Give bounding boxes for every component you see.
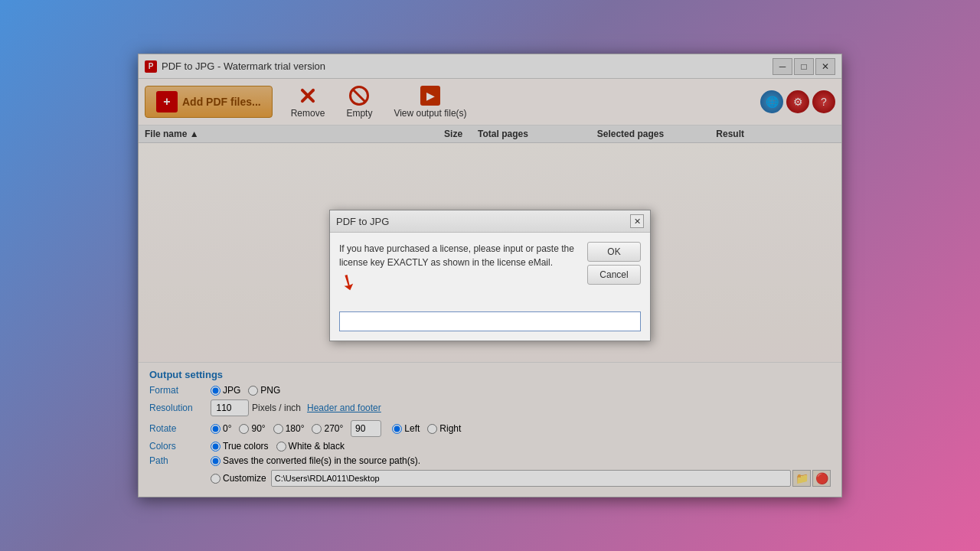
dialog-ok-button[interactable]: OK [587,242,641,262]
dialog-overlay: PDF to JPG ✕ If you have purchased a lic… [139,54,841,497]
dialog-close-button[interactable]: ✕ [630,214,644,228]
dialog-message: If you have purchased a license, please … [339,242,580,269]
dialog-body: If you have purchased a license, please … [330,233,650,307]
dialog-buttons: OK Cancel [587,242,641,298]
dialog-input-row [330,307,650,341]
arrow-icon: ➘ [334,266,361,297]
license-dialog: PDF to JPG ✕ If you have purchased a lic… [329,210,651,341]
dialog-left: If you have purchased a license, please … [339,242,580,298]
license-key-input[interactable] [339,311,641,331]
main-window: P PDF to JPG - Watermark trial version ─… [138,54,842,497]
arrow-indicator: ➘ [339,269,580,298]
dialog-cancel-button[interactable]: Cancel [587,265,641,285]
dialog-title-bar: PDF to JPG ✕ [330,210,650,233]
dialog-title: PDF to JPG [336,216,389,227]
